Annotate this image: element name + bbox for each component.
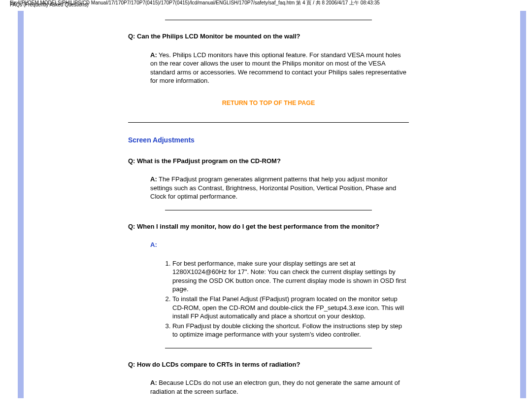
faq1-answer-label: A: [150,51,157,59]
right-decorative-bar [520,11,526,398]
divider [165,348,372,348]
page-wrap: FAQs (Frequently Asked Questions) Q: Can… [0,0,532,9]
left-decorative-bar [18,11,24,398]
divider [128,122,409,123]
faq3-step-2: To install the Flat Panel Adjust (FPadju… [172,295,409,321]
faq2-answer-label: A: [150,175,157,183]
divider [165,20,372,20]
divider [165,210,372,210]
faq3-steps: For best performance, make sure your dis… [163,259,409,339]
faq2-question: Q: What is the FPadjust program on the C… [128,157,409,166]
main-content: Q: Can the Philips LCD Monitor be mounte… [128,11,409,396]
faq3-step-3: Run FPadjust by double clicking the shor… [172,322,409,339]
faq3-question: Q: When I install my monitor, how do I g… [128,222,409,231]
faq2-answer: A: The FPadjust program generates alignm… [150,175,409,201]
footer-path: file:///P|/OEM MODELS/PHILIPS/CD Manual/… [10,0,522,6]
faq1-question: Q: Can the Philips LCD Monitor be mounte… [128,32,409,41]
faq4-question: Q: How do LCDs compare to CRTs in terms … [128,360,409,369]
faq3-step-1: For best performance, make sure your dis… [172,259,409,294]
faq1-answer-text: Yes. Philips LCD monitors have this opti… [150,51,406,85]
faq4-answer-label: A: [150,379,157,386]
faq4-answer-text: Because LCDs do not use an electron gun,… [150,379,400,395]
section-title: Screen Adjustments [128,136,409,145]
faq1-answer: A: Yes. Philips LCD monitors have this o… [150,51,409,85]
faq2-answer-text: The FPadjust program generates alignment… [150,175,396,200]
return-to-top-link[interactable]: RETURN TO TOP OF THE PAGE [128,99,409,107]
faq4-answer: A: Because LCDs do not use an electron g… [150,378,409,396]
faq3-answer-label: A: [150,240,409,249]
